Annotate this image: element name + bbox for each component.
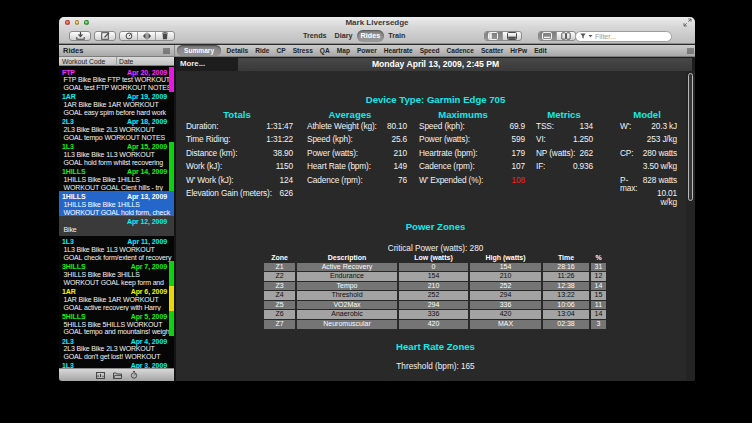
view-tab-cp[interactable]: CP <box>273 45 289 56</box>
ride-date: Apr 12, 2009 <box>127 218 167 226</box>
view-tab-hrpw[interactable]: HrPw <box>507 45 531 56</box>
summary-value: 210 <box>394 149 407 158</box>
summary-row: Duration:1:31:47 <box>186 120 293 134</box>
summary-label: Time Riding: <box>186 135 230 144</box>
manual-entry-button[interactable] <box>94 31 116 42</box>
summary-row: Heartrate (bpm):179 <box>419 147 525 161</box>
column-divider <box>116 57 117 66</box>
zone-cell: 210 <box>399 282 468 291</box>
ride-list-item[interactable]: 1L3Apr 11, 20091L3 Bike Bike 1L3 WORKOUT… <box>59 236 174 261</box>
summary-value: 38.90 <box>273 149 293 158</box>
titlebar[interactable]: Mark Liversedge <box>59 17 695 28</box>
ride-list-item[interactable]: 3HILLSApr 7, 20093HILLS Bike Bike 3HILLS… <box>59 261 174 286</box>
summary-value: 1:31:47 <box>266 122 293 131</box>
summary-value: 253 J/kg <box>647 135 677 144</box>
zone-cell: VO2Max <box>297 301 397 310</box>
scope-tab-train[interactable]: Train <box>384 30 409 42</box>
delete-ride-button[interactable] <box>156 32 174 41</box>
scope-tab-diary[interactable]: Diary <box>331 30 357 42</box>
summary-row: VI:1.250 <box>536 134 593 148</box>
filter-funnel-icon <box>580 33 586 39</box>
ride-color-bar <box>169 261 174 286</box>
zone-col-header: Low (watts) <box>399 253 468 263</box>
summary-label: Cadence (rpm): <box>307 176 363 185</box>
zone-row: Z4Threshold25229413:2215 <box>264 291 606 300</box>
stopwatch-button[interactable] <box>120 32 138 41</box>
section-column-metrics: TSS:134VI:1.250NP (watts):262IF:0.936 <box>536 120 593 174</box>
ride-list-item[interactable]: 5HILLSApr 5, 20095HILLS Bike 5HILLS WORK… <box>59 311 174 336</box>
section-column-maximums: Speed (kph):69.9Power (watts):599Heartra… <box>419 120 525 188</box>
filter-field[interactable]: Filter... <box>575 31 672 42</box>
ride-list-header[interactable]: Workout Code Date <box>59 57 174 66</box>
zone-row: Z6Anaerobic33642013:0414 <box>264 310 606 319</box>
intervals-icon[interactable] <box>96 372 105 379</box>
ride-list-item[interactable]: 2L3Apr 18, 20092L3 Bike Bike 2L3 WORKOUT… <box>59 117 174 142</box>
view-tab-qa[interactable]: QA <box>316 45 333 56</box>
power-zones-table: ZoneDescriptionLow (watts)High (watts)Ti… <box>264 253 606 330</box>
tiled-view-button[interactable] <box>557 32 575 41</box>
view-tab-ride[interactable]: Ride <box>252 45 273 56</box>
view-tab-summary[interactable]: Summary <box>177 45 221 56</box>
scope-tab-rides[interactable]: Rides <box>357 30 385 42</box>
column-workout-code[interactable]: Workout Code <box>62 57 105 67</box>
toggle-bottombar-button[interactable] <box>503 32 521 41</box>
ride-description-line: Bike <box>59 226 174 234</box>
summary-label: Speed (kph): <box>419 122 465 131</box>
zone-cell: 336 <box>399 310 468 319</box>
ride-list-item[interactable]: 1HILLSApr 14, 20091HILLS Bike Bike 1HILL… <box>59 167 174 192</box>
view-tab-speed[interactable]: Speed <box>416 45 443 56</box>
summary-label: Heartrate (bpm): <box>419 149 477 158</box>
ride-list-item[interactable]: 2L3Apr 4, 20092L3 Bike Bike 2L3 WORKOUTG… <box>59 336 174 361</box>
summary-value: 828 watts <box>643 176 677 185</box>
stopwatch-small-icon[interactable] <box>130 371 138 379</box>
split-ride-button[interactable] <box>138 32 156 41</box>
compose-icon <box>101 31 110 40</box>
sidebar-bottom-bar <box>59 368 174 381</box>
ride-code: 1L3 <box>62 238 74 246</box>
fullscreen-icon[interactable] <box>683 18 692 27</box>
import-ride-button[interactable] <box>69 31 91 42</box>
ride-description-line: FTP Bike Bike FTP test WORKOUT <box>59 76 174 84</box>
summary-value: 179 <box>512 149 525 158</box>
view-tab-power[interactable]: Power <box>353 45 380 56</box>
folder-icon[interactable] <box>113 372 122 379</box>
summary-scrollbar[interactable] <box>686 71 695 381</box>
view-tab-edit[interactable]: Edit <box>531 45 550 56</box>
ride-item-header: 1ARApr 19, 2009 <box>59 93 174 101</box>
ride-list-item[interactable]: 1ARApr 6, 20091AR Bike Bike 1AR WORKOUTG… <box>59 286 174 311</box>
view-tab-cadence[interactable]: Cadence <box>443 45 478 56</box>
ride-list-item[interactable]: 1L3Apr 3, 2009 <box>59 361 174 368</box>
summary-row: NP (watts):262 <box>536 147 593 161</box>
scrollbar-thumb[interactable] <box>688 73 693 201</box>
ride-code: 5HILLS <box>62 313 86 321</box>
zone-cell: Neuromuscular <box>297 320 397 329</box>
view-tab-details[interactable]: Details <box>223 45 252 56</box>
ride-list-sidebar: Workout Code Date FTPApr 20, 2009FTP Bik… <box>59 57 174 381</box>
sidebar-menu-icon[interactable] <box>163 48 170 54</box>
ride-list-item[interactable]: 1L3Apr 15, 20091L3 Bike Bike 1L3 WORKOUT… <box>59 142 174 167</box>
zone-cell: 336 <box>470 301 541 310</box>
summary-row: W' Expended (%):108 <box>419 174 525 188</box>
ride-list-item[interactable]: 1HILLSApr 13, 20091HILLS Bike Bike 1HILL… <box>59 191 174 216</box>
zone-cell: Anaerobic <box>297 310 397 319</box>
view-tab-heartrate[interactable]: Heartrate <box>380 45 416 56</box>
ride-item-header: 1ARApr 6, 2009 <box>59 288 174 296</box>
view-tab-map[interactable]: Map <box>333 45 353 56</box>
view-tab-stress[interactable]: Stress <box>289 45 316 56</box>
view-tab-scatter[interactable]: Scatter <box>477 45 506 56</box>
ride-list-item[interactable]: FTPApr 20, 2009FTP Bike Bike FTP test WO… <box>59 67 174 92</box>
toggle-sidebar-button[interactable] <box>485 32 503 41</box>
summary-value: 10.01 w/kg <box>644 189 677 206</box>
ride-code: 3HILLS <box>62 263 86 271</box>
ride-list-item[interactable]: 1ARApr 19, 20091AR Bike Bike 1AR WORKOUT… <box>59 92 174 117</box>
ride-item-header: FTPApr 20, 2009 <box>59 69 174 77</box>
power-zones-title: Power Zones <box>176 221 695 232</box>
ride-list-item[interactable]: Apr 12, 2009Bike <box>59 216 174 236</box>
column-date[interactable]: Date <box>119 57 133 67</box>
view-menu-icon[interactable] <box>687 48 694 54</box>
window-chrome: Mark Liversedge <box>59 17 695 44</box>
tabbed-view-button[interactable] <box>539 32 557 41</box>
ride-color-bar <box>169 167 174 192</box>
scope-tab-trends[interactable]: Trends <box>299 30 331 42</box>
view-tab-bar: Rides SummaryDetailsRideCPStressQAMapPow… <box>59 45 695 57</box>
